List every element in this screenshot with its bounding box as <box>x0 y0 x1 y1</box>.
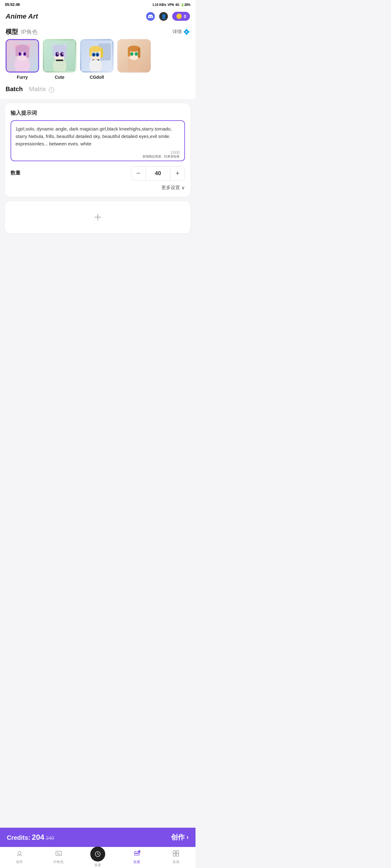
prompt-text: 1girl,solo, dynamic angle, dark magician… <box>16 125 180 148</box>
svg-point-24 <box>62 53 63 55</box>
watermark-overlay: 发现精品资源，扫来加知鱼 <box>141 153 181 159</box>
cgdoll-label: CGdoll <box>90 75 104 80</box>
cgdoll-illustration <box>80 39 114 72</box>
prompt-card: 输入提示词 1girl,solo, dynamic angle, dark ma… <box>5 103 191 197</box>
discord-icon[interactable] <box>146 12 155 21</box>
model-section: 模型 IP角色 详情 💠 <box>0 25 196 84</box>
svg-rect-46 <box>128 48 130 57</box>
cute-label: Cute <box>55 75 64 80</box>
svg-rect-34 <box>89 49 92 56</box>
coins-count: 0 <box>184 14 186 19</box>
tab-batch[interactable]: Batch <box>6 84 23 95</box>
details-label: 详情 <box>172 29 182 35</box>
svg-rect-28 <box>56 60 63 61</box>
quantity-label: 数量 <box>10 170 21 176</box>
coin-emoji: 🪙 <box>176 13 182 19</box>
help-icon[interactable]: ? <box>49 87 54 93</box>
more-settings-label: 更多设置 <box>161 185 180 191</box>
svg-rect-35 <box>101 49 103 58</box>
quantity-value: 40 <box>145 166 170 180</box>
model-card-img-cgdoll <box>80 39 114 72</box>
model-card-cgdoll[interactable]: CGdoll <box>80 39 114 80</box>
svg-rect-26 <box>53 46 56 56</box>
tab-matrix-label: Matrix <box>29 86 46 92</box>
quantity-control: − 40 + <box>131 166 185 180</box>
status-right: 1.10 KB/s VPN 4G 🔋28% <box>152 3 191 6</box>
tabs: Batch Matrix ? <box>6 84 190 95</box>
tab-matrix[interactable]: Matrix ? <box>29 84 54 95</box>
svg-point-9 <box>19 53 21 55</box>
svg-point-39 <box>96 54 99 56</box>
status-time: 05:52:46 <box>5 2 20 7</box>
svg-point-49 <box>135 52 138 56</box>
svg-rect-27 <box>64 46 66 58</box>
svg-point-10 <box>24 53 26 55</box>
svg-point-23 <box>57 53 58 55</box>
model-header: 模型 IP角色 详情 💠 <box>6 28 190 36</box>
model-card-img-cute <box>43 39 76 72</box>
chevron-down-icon: ∨ <box>181 185 185 191</box>
network-speed: 1.10 KB/s <box>152 3 166 6</box>
prompt-title: 输入提示词 <box>10 110 185 117</box>
model-title: 模型 IP角色 <box>6 28 37 36</box>
more-settings-toggle[interactable]: 更多设置 ∨ <box>10 185 185 191</box>
diamond-icon: 💠 <box>183 29 190 35</box>
main-content: 输入提示词 1girl,solo, dynamic angle, dark ma… <box>0 99 196 300</box>
coins-badge[interactable]: 🪙 0 <box>172 12 190 21</box>
model-label: 模型 <box>6 28 18 36</box>
signal-label: 4G <box>175 3 179 6</box>
model-sublabel: IP角色 <box>21 28 37 36</box>
add-icon: + <box>94 210 102 225</box>
cute-illustration <box>43 39 76 72</box>
add-card[interactable]: + <box>5 201 191 234</box>
model-card-img-furry <box>6 39 39 72</box>
extra-illustration <box>117 39 151 72</box>
quantity-minus-button[interactable]: − <box>131 166 145 180</box>
model-card-img-extra <box>117 39 151 72</box>
svg-rect-13 <box>26 47 29 58</box>
model-card-extra[interactable] <box>117 39 151 80</box>
model-cards: Furry <box>6 39 190 84</box>
quantity-row: 数量 − 40 + <box>10 166 185 180</box>
details-button[interactable]: 详情 💠 <box>172 29 190 35</box>
user-icon[interactable]: 👤 <box>159 12 168 21</box>
svg-point-38 <box>93 54 95 56</box>
model-card-cute[interactable]: Cute <box>43 39 76 80</box>
furry-label: Furry <box>17 75 28 80</box>
status-bar: 05:52:46 1.10 KB/s VPN 4G 🔋28% <box>0 0 196 9</box>
spacer <box>5 234 191 296</box>
svg-rect-47 <box>138 48 140 58</box>
svg-rect-12 <box>16 47 19 56</box>
tabs-section: Batch Matrix ? <box>0 84 196 99</box>
prompt-textarea[interactable]: 1girl,solo, dynamic angle, dark magician… <box>10 120 185 161</box>
header-icons: 👤 🪙 0 <box>146 12 190 21</box>
battery-icon: 🔋28% <box>180 3 191 6</box>
header: Anime Art 👤 🪙 0 <box>0 9 196 25</box>
vpn-label: VPN <box>168 3 174 6</box>
furry-illustration <box>6 40 38 72</box>
svg-point-48 <box>130 52 134 56</box>
model-card-furry[interactable]: Furry <box>6 39 39 80</box>
app-title: Anime Art <box>6 12 38 21</box>
quantity-plus-button[interactable]: + <box>170 166 185 180</box>
